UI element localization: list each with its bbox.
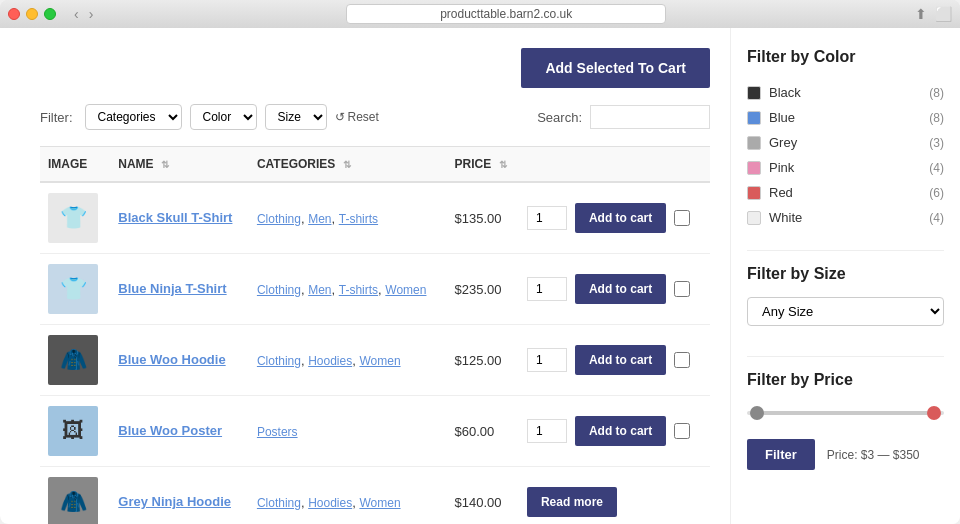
size-filter-title: Filter by Size	[747, 265, 944, 283]
product-image-cell: 👕	[40, 254, 110, 325]
color-count: (3)	[929, 136, 944, 150]
add-to-cart-button[interactable]: Add to cart	[575, 203, 666, 233]
color-count: (8)	[929, 86, 944, 100]
search-label: Search:	[537, 110, 582, 125]
search-input[interactable]	[590, 105, 710, 129]
category-link[interactable]: Women	[385, 283, 426, 297]
price-slider[interactable]	[747, 403, 944, 423]
row-checkbox[interactable]	[674, 281, 690, 297]
price-filter-row: Filter Price: $3 — $350	[747, 431, 944, 470]
category-link[interactable]: Clothing	[257, 354, 301, 368]
color-count: (8)	[929, 111, 944, 125]
size-filter[interactable]: Size	[265, 104, 327, 130]
back-button[interactable]: ‹	[70, 6, 83, 22]
color-count: (6)	[929, 186, 944, 200]
category-link[interactable]: Clothing	[257, 212, 301, 226]
product-image: 👕	[48, 264, 98, 314]
category-link[interactable]: Women	[359, 496, 400, 510]
product-action-cell: Read more	[519, 467, 710, 525]
categories-sort-icon: ⇅	[343, 159, 351, 170]
product-name-link[interactable]: Black Skull T-Shirt	[118, 210, 232, 225]
maximize-button[interactable]	[44, 8, 56, 20]
product-name-link[interactable]: Blue Woo Poster	[118, 423, 222, 438]
category-link[interactable]: Clothing	[257, 283, 301, 297]
category-link[interactable]: Women	[359, 354, 400, 368]
traffic-lights	[8, 8, 56, 20]
product-name-link[interactable]: Blue Ninja T-Shirt	[118, 281, 226, 296]
action-cell: Add to cart	[527, 274, 702, 304]
color-filter-item[interactable]: Blue(8)	[747, 105, 944, 130]
row-checkbox[interactable]	[674, 210, 690, 226]
add-to-cart-button[interactable]: Add to cart	[575, 416, 666, 446]
quantity-input[interactable]	[527, 419, 567, 443]
quantity-input[interactable]	[527, 348, 567, 372]
page-content: Add Selected To Cart Filter: Categories …	[0, 28, 960, 524]
product-name-link[interactable]: Grey Ninja Hoodie	[118, 494, 231, 509]
color-swatch	[747, 86, 761, 100]
color-filter-item[interactable]: Grey(3)	[747, 130, 944, 155]
category-link[interactable]: Men	[308, 283, 331, 297]
categories-filter[interactable]: Categories	[85, 104, 182, 130]
add-selected-wrap: Add Selected To Cart	[40, 48, 710, 88]
price-filter-button[interactable]: Filter	[747, 439, 815, 470]
products-table: IMAGE NAME ⇅ CATEGORIES ⇅ PRICE ⇅ 👕Black…	[40, 146, 710, 524]
category-link[interactable]: Hoodies	[308, 354, 352, 368]
reset-button[interactable]: ↺ Reset	[335, 110, 379, 124]
address-bar-wrap: producttable.barn2.co.uk	[103, 4, 909, 24]
category-link[interactable]: T-shirts	[339, 212, 378, 226]
product-categories-cell: Clothing, Men, T-shirts	[249, 182, 447, 254]
col-name[interactable]: NAME ⇅	[110, 147, 249, 183]
read-more-button[interactable]: Read more	[527, 487, 617, 517]
slider-thumb-min[interactable]	[750, 406, 764, 420]
product-image-cell: 🖼	[40, 396, 110, 467]
color-filter-item[interactable]: White(4)	[747, 205, 944, 230]
col-price[interactable]: PRICE ⇅	[447, 147, 519, 183]
address-bar[interactable]: producttable.barn2.co.uk	[346, 4, 666, 24]
color-name: Grey	[769, 135, 929, 150]
color-filter-item[interactable]: Red(6)	[747, 180, 944, 205]
color-filter-item[interactable]: Pink(4)	[747, 155, 944, 180]
color-swatch	[747, 161, 761, 175]
color-filter-item[interactable]: Black(8)	[747, 80, 944, 105]
category-link[interactable]: Hoodies	[308, 496, 352, 510]
forward-button[interactable]: ›	[85, 6, 98, 22]
product-name-cell: Blue Ninja T-Shirt	[110, 254, 249, 325]
product-action-cell: Add to cart	[519, 182, 710, 254]
add-to-cart-button[interactable]: Add to cart	[575, 274, 666, 304]
action-cell: Add to cart	[527, 203, 702, 233]
nav-buttons: ‹ ›	[70, 6, 97, 22]
product-price-cell: $235.00	[447, 254, 519, 325]
product-categories-cell: Posters	[249, 396, 447, 467]
category-link[interactable]: Men	[308, 212, 331, 226]
quantity-input[interactable]	[527, 206, 567, 230]
category-link[interactable]: Clothing	[257, 496, 301, 510]
window-icon: ⬜	[935, 6, 952, 22]
product-name-link[interactable]: Blue Woo Hoodie	[118, 352, 225, 367]
slider-thumb-max[interactable]	[927, 406, 941, 420]
product-categories-cell: Clothing, Men, T-shirts, Women	[249, 254, 447, 325]
row-checkbox[interactable]	[674, 352, 690, 368]
color-name: White	[769, 210, 929, 225]
slider-track	[747, 411, 944, 415]
product-image-cell: 🧥	[40, 467, 110, 525]
col-categories[interactable]: CATEGORIES ⇅	[249, 147, 447, 183]
add-to-cart-button[interactable]: Add to cart	[575, 345, 666, 375]
slider-fill	[757, 411, 934, 415]
color-filter-title: Filter by Color	[747, 48, 944, 66]
price-sort-icon: ⇅	[499, 159, 507, 170]
quantity-input[interactable]	[527, 277, 567, 301]
product-image: 👕	[48, 193, 98, 243]
color-count: (4)	[929, 211, 944, 225]
category-link[interactable]: T-shirts	[339, 283, 378, 297]
product-image: 🧥	[48, 335, 98, 385]
category-link[interactable]: Posters	[257, 425, 298, 439]
add-selected-button[interactable]: Add Selected To Cart	[521, 48, 710, 88]
row-checkbox[interactable]	[674, 423, 690, 439]
filter-label: Filter:	[40, 110, 73, 125]
table-row: 👕Black Skull T-ShirtClothing, Men, T-shi…	[40, 182, 710, 254]
minimize-button[interactable]	[26, 8, 38, 20]
color-filter[interactable]: Color	[190, 104, 257, 130]
close-button[interactable]	[8, 8, 20, 20]
size-filter-sidebar[interactable]: Any SizeSMLXL	[747, 297, 944, 326]
title-bar: ‹ › producttable.barn2.co.uk ⬆ ⬜	[0, 0, 960, 28]
